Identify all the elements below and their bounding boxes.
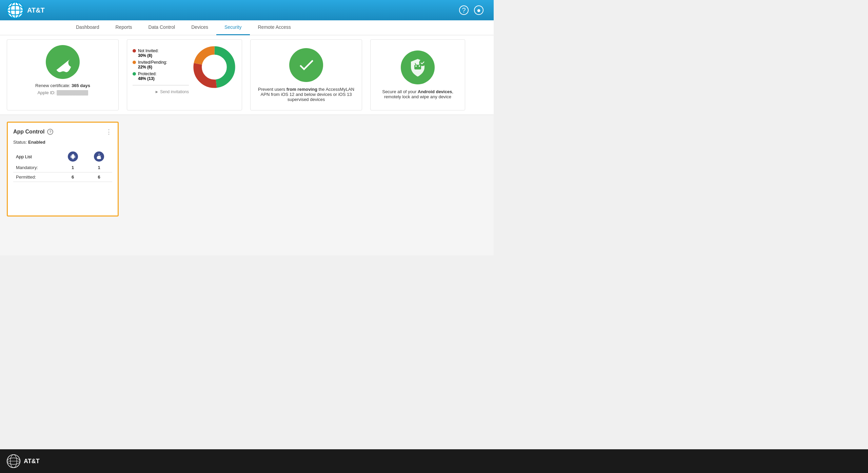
status-row: Status: Enabled xyxy=(13,140,112,145)
apn-card: Prevent users from removing the AccessMy… xyxy=(250,39,362,110)
svg-point-9 xyxy=(203,56,226,79)
svg-point-12 xyxy=(419,65,420,67)
android-prefix: Secure all of your xyxy=(382,89,418,94)
checkmark-icon xyxy=(297,56,316,74)
svg-point-11 xyxy=(415,65,417,67)
donut-chart xyxy=(192,45,236,89)
status-value: Enabled xyxy=(28,140,45,145)
nav-item-security[interactable]: Security xyxy=(216,20,250,35)
nav-item-remote-access[interactable]: Remote Access xyxy=(250,20,299,35)
android-shield-icon xyxy=(401,50,435,84)
apple-badge-icon xyxy=(94,151,104,162)
permitted-apple-value: 6 xyxy=(86,172,112,182)
status-label: Status: xyxy=(13,140,27,145)
app-control-title-area: App Control ? xyxy=(13,129,53,135)
not-invited-label: Not Invited: xyxy=(138,48,159,53)
donut-svg xyxy=(192,45,236,89)
invited-dot xyxy=(133,61,136,64)
apple-icon-small xyxy=(97,154,101,159)
not-invited-value: 30% (8) xyxy=(138,53,152,58)
main-content: Renew certificate: 365 days Apple ID: ██… xyxy=(0,35,494,255)
apple-icon xyxy=(46,45,80,79)
context-menu-icon[interactable]: ⋮ xyxy=(106,128,112,136)
enrollment-card: Not Invited: 30% (8) Invited/Pending: 22… xyxy=(127,39,242,110)
apn-prefix: Prevent users xyxy=(258,87,287,92)
android-col-header xyxy=(60,150,86,163)
legend-protected: Protected: 48% (13) xyxy=(133,71,189,81)
renew-label: Renew certificate: xyxy=(35,83,70,88)
att-logo-icon xyxy=(7,2,24,19)
protected-label: Protected: xyxy=(138,71,157,76)
header: AT&T ? ● xyxy=(0,0,494,20)
permitted-row: Permitted: 6 6 xyxy=(13,172,112,182)
android-card: Secure all of your Android devices, remo… xyxy=(370,39,465,110)
legend-not-invited: Not Invited: 30% (8) xyxy=(133,48,189,58)
app-control-header: App Control ? ⋮ xyxy=(13,128,112,136)
apple-card-text: Renew certificate: 365 days Apple ID: ██… xyxy=(35,83,90,95)
donut-legend: Not Invited: 30% (8) Invited/Pending: 22… xyxy=(133,45,189,94)
android-text: Secure all of your Android devices, remo… xyxy=(376,89,459,99)
nav-item-reports[interactable]: Reports xyxy=(107,20,140,35)
mandatory-apple-value: 1 xyxy=(86,163,112,172)
send-invitations-label: Send invitations xyxy=(160,89,189,94)
android-icon xyxy=(70,154,76,159)
app-list-table: App List xyxy=(13,150,112,182)
nav-item-dashboard[interactable]: Dashboard xyxy=(68,20,107,35)
nav-item-data-control[interactable]: Data Control xyxy=(140,20,183,35)
logo-text: AT&T xyxy=(27,6,45,14)
apple-id-label: Apple ID: xyxy=(37,90,55,95)
main-nav: Dashboard Reports Data Control Devices S… xyxy=(0,20,494,35)
nav-item-devices[interactable]: Devices xyxy=(183,20,216,35)
send-invitations-button[interactable]: ► Send invitations xyxy=(155,89,189,94)
help-circle-icon[interactable]: ? xyxy=(47,129,53,135)
legend-invited: Invited/Pending: 22% (6) xyxy=(133,60,189,69)
send-icon: ► xyxy=(155,89,159,94)
mandatory-android-value: 1 xyxy=(60,163,86,172)
android-bold: Android devices xyxy=(418,89,452,94)
app-list-header: App List xyxy=(13,150,60,163)
permitted-android-value: 6 xyxy=(60,172,86,182)
app-control-title: App Control xyxy=(13,129,44,135)
mandatory-row: Mandatory: 1 1 xyxy=(13,163,112,172)
invited-label: Invited/Pending: xyxy=(138,60,167,65)
app-control-card: App Control ? ⋮ Status: Enabled App List xyxy=(7,122,119,217)
permitted-label: Permitted: xyxy=(13,172,60,182)
apn-text: Prevent users from removing the AccessMy… xyxy=(256,87,356,102)
apple-logo-icon xyxy=(53,52,73,72)
help-icon[interactable]: ? xyxy=(459,5,469,15)
apple-col-header xyxy=(86,150,112,163)
check-icon-circle xyxy=(289,48,323,82)
android-shield-svg xyxy=(408,57,428,78)
protected-value: 48% (13) xyxy=(138,76,155,81)
header-icons: ? ● xyxy=(459,5,484,15)
android-badge-icon xyxy=(68,151,78,162)
app-control-section: App Control ? ⋮ Status: Enabled App List xyxy=(0,115,494,223)
protected-dot xyxy=(133,72,136,76)
apn-bold: from removing xyxy=(287,87,317,92)
renew-days: 365 days xyxy=(72,83,90,88)
user-icon[interactable]: ● xyxy=(474,5,484,15)
not-invited-dot xyxy=(133,49,136,53)
svg-rect-10 xyxy=(414,65,421,69)
invited-value: 22% (6) xyxy=(138,65,152,69)
mandatory-label: Mandatory: xyxy=(13,163,60,172)
logo-area: AT&T xyxy=(7,2,45,19)
apple-certificate-card: Renew certificate: 365 days Apple ID: ██… xyxy=(7,39,119,110)
svg-point-15 xyxy=(419,59,426,66)
